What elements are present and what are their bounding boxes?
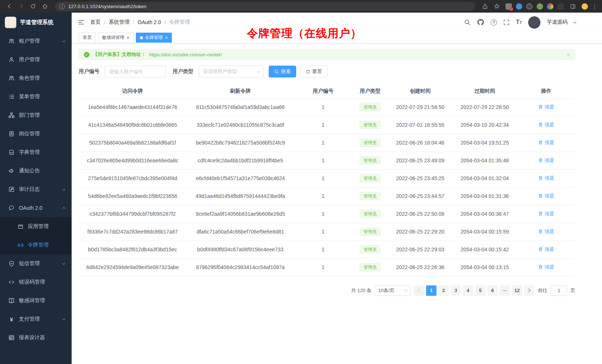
github-icon[interactable]: [477, 19, 484, 26]
logo-image: [5, 17, 16, 28]
extension-icon[interactable]: [557, 3, 564, 10]
chevron-down-icon[interactable]: [573, 20, 576, 23]
forward-icon[interactable]: [16, 1, 26, 11]
extension-icon[interactable]: [526, 3, 533, 10]
breadcrumb-home[interactable]: 首页: [90, 19, 101, 26]
page-button-5[interactable]: 5: [475, 285, 485, 296]
access-token-cell: b0d1785bc3a8482f812db4a3f3bd15ec: [79, 241, 186, 258]
chevron-down-icon: [405, 288, 408, 291]
user-id-input[interactable]: [105, 66, 166, 77]
reload-icon[interactable]: [28, 1, 38, 11]
extension-icon[interactable]: [506, 3, 512, 10]
reset-button[interactable]: 重置: [300, 66, 327, 77]
expires-cell: 2054-03-04 00:15:59: [452, 223, 517, 241]
extension-icon[interactable]: [547, 3, 553, 10]
tab-token-management[interactable]: 令牌管理 ×: [136, 33, 172, 43]
force-logout-button[interactable]: 强退: [538, 104, 554, 110]
action-cell: 强退: [517, 152, 575, 169]
breadcrumb-oauth[interactable]: OAuth 2.0: [138, 19, 161, 25]
site-info-icon[interactable]: i: [59, 4, 65, 9]
user-id-cell: 1: [294, 258, 352, 276]
tab-sensitive-word[interactable]: 敏感词管理 ×: [98, 33, 134, 43]
sidebar-toggle-icon[interactable]: [78, 19, 85, 26]
back-icon[interactable]: [4, 1, 14, 11]
breadcrumb-system[interactable]: 系统管理: [109, 19, 130, 26]
force-logout-button[interactable]: 强退: [538, 157, 554, 164]
sidebar-item-token-management[interactable]: 令牌管理: [0, 236, 72, 254]
sidebar-item-dict[interactable]: 字典管理: [0, 143, 72, 162]
user-type-cell: 管理员: [352, 152, 388, 169]
profile-avatar-icon[interactable]: [582, 3, 588, 10]
force-logout-button[interactable]: 强退: [538, 193, 554, 199]
created-cell: 2022-06-25 23:44:57: [388, 187, 452, 205]
prev-page-button[interactable]: [414, 285, 424, 296]
username[interactable]: 芋道源码: [547, 19, 567, 26]
sidebar-item-audit-log[interactable]: 审计日志: [0, 180, 72, 199]
share-icon[interactable]: [480, 1, 490, 11]
help-icon[interactable]: ?: [491, 19, 497, 26]
sidebar-item-post[interactable]: 岗位管理: [0, 125, 72, 143]
force-logout-button[interactable]: 强退: [538, 139, 554, 146]
sidebar-item-dept[interactable]: 部门管理: [0, 106, 72, 125]
sidebar-item-sms[interactable]: 短信管理: [0, 254, 72, 273]
user-id-cell: 1: [294, 152, 352, 169]
browser-menu-icon[interactable]: ⋮: [592, 3, 598, 10]
sidebar-item-error-code[interactable]: 错误码管理: [0, 273, 72, 291]
extension-icon[interactable]: [516, 3, 522, 10]
close-icon[interactable]: ×: [567, 52, 570, 58]
close-icon[interactable]: ×: [165, 35, 168, 40]
page-button-3[interactable]: 3: [451, 285, 461, 296]
home-icon[interactable]: [40, 1, 50, 11]
col-refresh-token: 刷新令牌: [186, 84, 294, 98]
page-button-6[interactable]: 6: [487, 285, 498, 296]
goto-page-input[interactable]: [551, 285, 567, 296]
search-icon[interactable]: [464, 19, 471, 26]
page-content: ✓ 【用户体系】文档地址： https://doc.iocoder.cn/use…: [72, 44, 602, 296]
extension-icon[interactable]: [537, 3, 543, 10]
force-logout-button[interactable]: 强退: [538, 264, 554, 271]
sidebar-item-menu[interactable]: 菜单管理: [0, 87, 72, 106]
sidebar-item-label: 审计日志: [19, 186, 40, 193]
address-bar[interactable]: i 127.0.0.1:1024/system/oauth2/token: [55, 2, 475, 11]
force-logout-button[interactable]: 强退: [538, 228, 554, 235]
col-action: 操作: [517, 84, 575, 98]
sidebar-item-app-management[interactable]: 应用管理: [0, 217, 72, 236]
force-logout-button[interactable]: 强退: [538, 246, 554, 253]
sidebar-item-payment[interactable]: ¥ 支付管理: [0, 310, 72, 328]
sidebar-item-label: 租户管理: [19, 38, 40, 44]
sidebar-item-label: 角色管理: [19, 75, 40, 82]
sidebar-item-report-designer[interactable]: 报表设计器: [0, 328, 72, 347]
page-button-1[interactable]: 1: [426, 285, 436, 296]
font-size-icon[interactable]: TT: [516, 19, 522, 25]
more-pages-button[interactable]: ···: [500, 285, 510, 296]
user-avatar[interactable]: [528, 16, 540, 29]
next-page-button[interactable]: [524, 285, 534, 296]
close-icon[interactable]: ×: [127, 35, 130, 40]
force-logout-button[interactable]: 强退: [538, 175, 554, 182]
fullscreen-icon[interactable]: [503, 19, 510, 26]
access-token-cell: 6d842e2924594de9a09e45e087323abe: [79, 258, 186, 276]
page-size-select[interactable]: 10条/页: [375, 285, 410, 296]
tab-home[interactable]: 首页: [79, 33, 96, 43]
page-button-4[interactable]: 4: [463, 285, 473, 296]
user-type-tag: 管理员: [360, 228, 380, 236]
sidebar-item-sensitive-word[interactable]: 敏感词管理: [0, 291, 72, 310]
doc-link[interactable]: https://doc.iocoder.cn/user-center/: [149, 52, 222, 57]
page-button-2[interactable]: 2: [438, 285, 449, 296]
sidebar-item-oauth[interactable]: OAuth 2.0: [0, 199, 72, 217]
sidebar-item-tenant[interactable]: 租户管理: [0, 32, 72, 50]
side-panel-icon[interactable]: [568, 1, 578, 11]
search-button[interactable]: 搜索: [269, 66, 296, 77]
user-type-tag: 管理员: [360, 192, 380, 200]
page-button-12[interactable]: 12: [512, 285, 522, 296]
bookmark-star-icon[interactable]: [492, 1, 502, 11]
expires-cell: 2054-03-04 01:31:36: [452, 187, 517, 205]
sidebar-item-label: 岗位管理: [19, 130, 40, 137]
force-logout-button[interactable]: 强退: [538, 122, 554, 128]
sidebar-item-user[interactable]: 用户管理: [0, 50, 72, 69]
force-logout-button[interactable]: 强退: [538, 211, 554, 217]
user-type-select[interactable]: 请选择用户类型: [199, 66, 264, 77]
sidebar-item-role[interactable]: 角色管理: [0, 69, 72, 87]
sidebar-item-notice[interactable]: 通知公告: [0, 162, 72, 180]
app-logo[interactable]: 芋道管理系统: [0, 13, 72, 32]
